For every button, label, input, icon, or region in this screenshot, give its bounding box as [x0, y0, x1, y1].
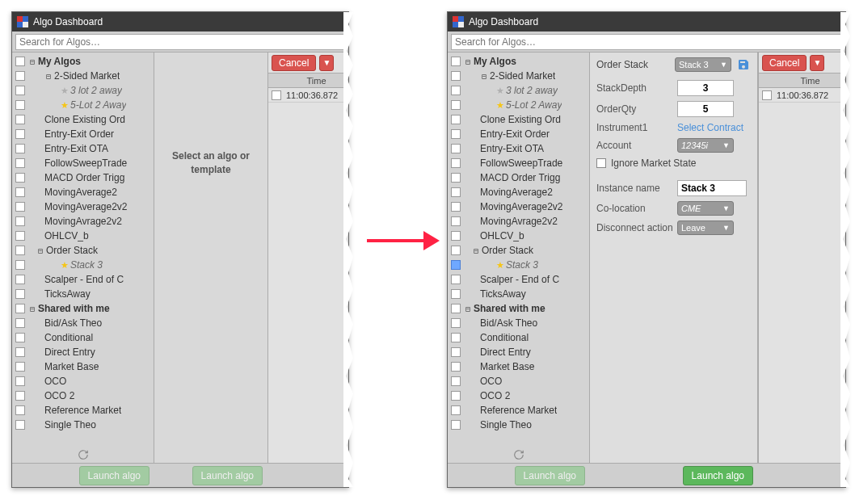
tree-item[interactable]: Market Base — [448, 359, 589, 374]
tree-checkbox[interactable] — [15, 246, 25, 255]
collapse-icon[interactable]: ⊟ — [472, 246, 480, 255]
tree-checkbox[interactable] — [451, 275, 461, 284]
tree-item[interactable]: Scalper - End of C — [448, 272, 589, 287]
tree-checkbox[interactable] — [451, 129, 461, 139]
tree-checkbox[interactable] — [451, 260, 461, 270]
refresh-button[interactable] — [448, 447, 589, 463]
tree-checkbox[interactable] — [451, 216, 461, 226]
tree-checkbox[interactable] — [15, 187, 25, 197]
tree-item[interactable]: OCO — [12, 374, 154, 388]
tree-item[interactable]: ★5-Lot 2 Away — [448, 98, 589, 112]
tree-item[interactable]: Conditional — [448, 330, 589, 345]
tree-checkbox[interactable] — [451, 420, 461, 430]
collapse-icon[interactable]: ⊟ — [480, 72, 488, 81]
tree-checkbox[interactable] — [15, 231, 25, 241]
tree-item[interactable]: Reference Market — [448, 403, 589, 418]
tree-checkbox[interactable] — [451, 71, 461, 81]
tree-item[interactable]: FollowSweepTrade — [448, 156, 589, 170]
tree-checkbox[interactable] — [15, 275, 25, 284]
tree-checkbox[interactable] — [15, 202, 25, 212]
tree-item[interactable]: Direct Entry — [448, 345, 589, 359]
tree-checkbox[interactable] — [15, 260, 25, 270]
tree-item[interactable]: MovingAverage2v2 — [12, 200, 154, 214]
cancel-button[interactable]: Cancel — [762, 55, 807, 71]
tree-item[interactable]: OCO 2 — [448, 388, 589, 403]
tree-checkbox[interactable] — [451, 173, 461, 183]
search-input[interactable] — [451, 34, 842, 50]
tree-checkbox[interactable] — [15, 376, 25, 386]
tree-item[interactable]: ⊟Order Stack — [12, 243, 154, 258]
disconnect-select[interactable]: Leave▼ — [677, 220, 734, 235]
tree-checkbox[interactable] — [15, 318, 25, 328]
tree-item[interactable]: ⊟My Algos — [448, 54, 589, 69]
ignore-market-checkbox[interactable] — [596, 158, 606, 168]
tree-item[interactable]: MovingAvrage2v2 — [448, 214, 589, 229]
collapse-icon[interactable]: ⊟ — [464, 304, 472, 313]
tree-item[interactable]: Clone Existing Ord — [12, 112, 154, 127]
tree-item[interactable]: ★5-Lot 2 Away — [12, 98, 154, 112]
select-contract-link[interactable]: Select Contract — [677, 122, 743, 133]
template-select[interactable]: Stack 3▼ — [675, 57, 731, 72]
tree-item[interactable]: TicksAway — [12, 287, 154, 301]
launch-algo-button-2[interactable]: Launch algo — [192, 466, 263, 485]
tree-checkbox[interactable] — [451, 158, 461, 168]
algo-tree[interactable]: ⊟My Algos⊟2-Sided Market★3 lot 2 away★5-… — [448, 52, 589, 447]
tree-item[interactable]: Reference Market — [12, 403, 154, 418]
colocation-select[interactable]: CME▼ — [677, 201, 734, 216]
tree-checkbox[interactable] — [15, 129, 25, 139]
tree-checkbox[interactable] — [451, 115, 461, 124]
tree-checkbox[interactable] — [451, 362, 461, 372]
collapse-icon[interactable]: ⊟ — [36, 246, 44, 255]
tree-checkbox[interactable] — [15, 405, 25, 415]
order-row[interactable]: 11:00:36.872 — [268, 88, 348, 103]
cancel-dropdown-button[interactable]: ▼ — [810, 55, 824, 71]
tree-checkbox[interactable] — [15, 86, 25, 95]
tree-item[interactable]: MACD Order Trigg — [448, 170, 589, 185]
tree-item[interactable]: MovingAvrage2v2 — [12, 214, 154, 229]
order-row-checkbox[interactable] — [272, 90, 281, 100]
tree-checkbox[interactable] — [15, 173, 25, 183]
algo-tree[interactable]: ⊟My Algos⊟2-Sided Market★3 lot 2 away★5-… — [12, 52, 154, 447]
tree-item[interactable]: Direct Entry — [12, 345, 154, 359]
tree-checkbox[interactable] — [451, 289, 461, 299]
launch-algo-button-2[interactable]: Launch algo — [683, 466, 753, 485]
cancel-dropdown-button[interactable]: ▼ — [319, 55, 334, 71]
tree-item[interactable]: Conditional — [12, 330, 154, 345]
tree-item[interactable]: ⊟2-Sided Market — [12, 69, 154, 83]
tree-item[interactable]: ★Stack 3 — [12, 258, 154, 272]
tree-checkbox[interactable] — [451, 304, 461, 313]
tree-checkbox[interactable] — [15, 391, 25, 401]
tree-checkbox[interactable] — [451, 144, 461, 153]
order-row[interactable]: 11:00:36.872 — [759, 88, 845, 103]
order-row-checkbox[interactable] — [762, 90, 772, 100]
tree-item[interactable]: Entry-Exit OTA — [12, 141, 154, 156]
tree-checkbox[interactable] — [451, 100, 461, 110]
tree-checkbox[interactable] — [451, 318, 461, 328]
tree-checkbox[interactable] — [451, 86, 461, 95]
launch-algo-button[interactable]: Launch algo — [79, 466, 150, 485]
tree-item[interactable]: OCO 2 — [12, 388, 154, 403]
collapse-icon[interactable]: ⊟ — [28, 57, 36, 66]
tree-checkbox[interactable] — [15, 100, 25, 110]
tree-item[interactable]: Market Base — [12, 359, 154, 374]
tree-checkbox[interactable] — [15, 158, 25, 168]
collapse-icon[interactable]: ⊟ — [44, 72, 53, 81]
tree-item[interactable]: ⊟Shared with me — [12, 301, 154, 316]
stack-depth-input[interactable] — [677, 80, 734, 96]
collapse-icon[interactable]: ⊟ — [28, 304, 36, 313]
tree-item[interactable]: Single Theo — [12, 418, 154, 432]
tree-item[interactable]: ⊟Order Stack — [448, 243, 589, 258]
tree-item[interactable]: OHLCV_b — [448, 229, 589, 243]
tree-item[interactable]: ★3 lot 2 away — [448, 83, 589, 98]
tree-item[interactable]: OHLCV_b — [12, 229, 154, 243]
tree-checkbox[interactable] — [15, 216, 25, 226]
tree-item[interactable]: MACD Order Trigg — [12, 170, 154, 185]
tree-item[interactable]: OCO — [448, 374, 589, 388]
tree-item[interactable]: ⊟2-Sided Market — [448, 69, 589, 83]
tree-item[interactable]: TicksAway — [448, 287, 589, 301]
tree-checkbox[interactable] — [15, 71, 25, 81]
tree-item[interactable]: MovingAverage2v2 — [448, 200, 589, 214]
tree-checkbox[interactable] — [451, 231, 461, 241]
tree-checkbox[interactable] — [15, 304, 25, 313]
tree-checkbox[interactable] — [451, 202, 461, 212]
